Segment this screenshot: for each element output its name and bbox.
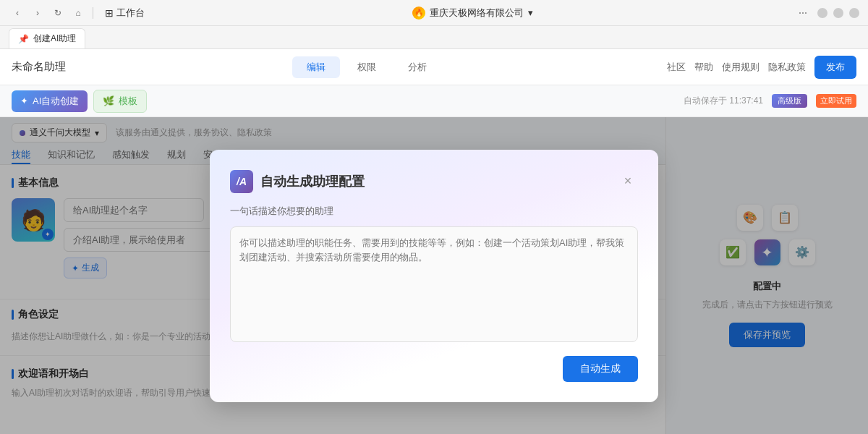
grid-icon: ⊞	[105, 7, 114, 19]
modal-icon: /A	[230, 170, 253, 193]
trial-tag[interactable]: 立即试用	[816, 94, 856, 108]
nav-divider	[93, 7, 93, 19]
tab-edit[interactable]: 编辑	[292, 56, 340, 78]
nav-forward-button[interactable]: ›	[29, 4, 46, 22]
sub-toolbar: ✦ AI自动创建 🌿 模板 自动保存于 11:37:41 高级版 立即试用	[0, 85, 868, 117]
modal-textarea[interactable]	[230, 226, 638, 342]
minimize-button[interactable]	[817, 8, 827, 18]
nav-refresh-button[interactable]: ↻	[49, 4, 67, 22]
tab-analysis[interactable]: 分析	[393, 56, 441, 78]
modal-title-row: /A 自动生成助理配置	[230, 170, 365, 193]
toolbar-tabs: 编辑 权限 分析	[292, 56, 441, 78]
usage-rules-link[interactable]: 使用规则	[722, 61, 760, 74]
template-icon: 🌿	[103, 95, 114, 106]
dropdown-icon[interactable]: ▾	[528, 7, 533, 18]
modal-dialog: /A 自动生成助理配置 × 一句话描述你想要的助理 自动生成	[210, 150, 658, 402]
sub-toolbar-left: ✦ AI自动创建 🌿 模板	[12, 90, 147, 113]
company-logo: 🔥	[412, 7, 425, 20]
more-button[interactable]: ⋯	[794, 4, 812, 22]
modal-subtitle: 一句话描述你想要的助理	[230, 205, 638, 218]
ai-auto-label: AI自动创建	[33, 95, 79, 108]
tabbar: 📌 创建AI助理	[0, 26, 868, 49]
nav-controls: ‹ › ↻ ⌂ ⊞ 工作台	[9, 4, 150, 22]
titlebar-center: 🔥 重庆天极网络有限公司 ▾	[412, 7, 533, 20]
ai-star-icon: ✦	[20, 95, 28, 106]
titlebar-left: ‹ › ↻ ⌂ ⊞ 工作台	[9, 4, 150, 22]
workbench-label: 工作台	[116, 7, 145, 20]
publish-button[interactable]: 发布	[814, 56, 856, 79]
tab-pin-icon: 📌	[18, 34, 29, 44]
main-toolbar: 未命名助理 编辑 权限 分析 社区 帮助 使用规则 隐私政策 发布	[0, 49, 868, 85]
advanced-tag[interactable]: 高级版	[772, 94, 807, 108]
tab-permissions[interactable]: 权限	[343, 56, 391, 78]
modal-header: /A 自动生成助理配置 ×	[230, 170, 638, 193]
close-button[interactable]	[849, 8, 859, 18]
maximize-button[interactable]	[833, 8, 843, 18]
modal-icon-text: /A	[237, 176, 247, 187]
template-label: 模板	[119, 95, 137, 108]
ai-auto-create-button[interactable]: ✦ AI自动创建	[12, 90, 88, 112]
modal-footer: 自动生成	[230, 356, 638, 382]
company-name: 重庆天极网络有限公司	[430, 7, 524, 20]
modal-close-button[interactable]: ×	[618, 171, 638, 192]
tab-label: 创建AI助理	[33, 33, 76, 45]
modal-title: 自动生成助理配置	[260, 173, 365, 190]
nav-back-button[interactable]: ‹	[9, 4, 26, 22]
titlebar-right: ⋯	[794, 4, 859, 22]
autosave-text: 自动保存于 11:37:41	[684, 95, 763, 107]
workbench-button[interactable]: ⊞ 工作台	[99, 4, 150, 22]
help-link[interactable]: 帮助	[694, 61, 713, 74]
sub-toolbar-right: 自动保存于 11:37:41 高级版 立即试用	[684, 94, 856, 108]
content-area: 通义千问大模型 ▾ 该服务由通义提供，服务协议、隐私政策 技能 知识和记忆 感知…	[0, 117, 868, 434]
toolbar-right: 社区 帮助 使用规则 隐私政策 发布	[667, 56, 856, 79]
privacy-policy-link[interactable]: 隐私政策	[768, 61, 806, 74]
nav-home-button[interactable]: ⌂	[69, 4, 87, 22]
template-button[interactable]: 🌿 模板	[93, 90, 147, 113]
auto-generate-button[interactable]: 自动生成	[563, 356, 638, 382]
tab-create-assistant[interactable]: 📌 创建AI助理	[9, 28, 85, 48]
assistant-name: 未命名助理	[12, 60, 66, 74]
modal-overlay: /A 自动生成助理配置 × 一句话描述你想要的助理 自动生成	[0, 117, 868, 434]
titlebar: ‹ › ↻ ⌂ ⊞ 工作台 🔥 重庆天极网络有限公司 ▾ ⋯	[0, 0, 868, 26]
community-link[interactable]: 社区	[667, 61, 686, 74]
